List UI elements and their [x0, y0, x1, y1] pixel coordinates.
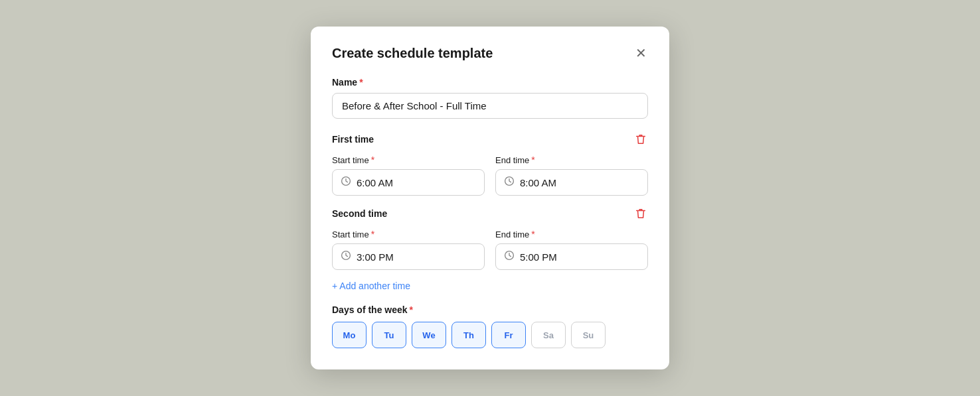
- modal-overlay: Create schedule template ✕ Name * First …: [0, 0, 980, 396]
- days-label: Days of the week *: [332, 304, 648, 315]
- name-required-star: *: [359, 77, 363, 88]
- day-button-tu[interactable]: Tu: [372, 322, 406, 348]
- second-end-label: End time *: [495, 229, 648, 239]
- first-time-delete-button[interactable]: [633, 132, 648, 147]
- first-time-inputs-row: Start time *: [332, 155, 648, 196]
- first-time-header: First time: [332, 132, 648, 147]
- first-end-label: End time *: [495, 155, 648, 165]
- second-start-clock-icon: [341, 250, 351, 263]
- modal-dialog: Create schedule template ✕ Name * First …: [311, 27, 669, 369]
- first-end-group: End time *: [495, 155, 648, 196]
- first-end-clock-icon: [504, 176, 515, 189]
- first-start-group: Start time *: [332, 155, 485, 196]
- days-section: Days of the week * Mo Tu We Th Fr Sa Su: [332, 304, 648, 348]
- first-start-time-input[interactable]: [357, 177, 476, 188]
- modal-title: Create schedule template: [332, 46, 493, 61]
- second-end-time-input[interactable]: [520, 251, 639, 263]
- second-start-label: Start time *: [332, 229, 485, 239]
- first-start-label: Start time *: [332, 155, 485, 165]
- add-another-time-button[interactable]: + Add another time: [332, 281, 410, 291]
- first-start-clock-icon: [341, 176, 351, 189]
- second-time-header: Second time: [332, 206, 648, 221]
- day-button-fr[interactable]: Fr: [491, 322, 526, 348]
- name-input[interactable]: [332, 93, 648, 119]
- day-button-th[interactable]: Th: [451, 322, 486, 348]
- first-end-input-wrapper: [495, 169, 648, 196]
- trash-icon: [635, 133, 647, 145]
- second-start-required: *: [371, 229, 374, 239]
- day-button-mo[interactable]: Mo: [332, 322, 367, 348]
- first-time-section: First time Start time *: [332, 132, 648, 196]
- day-button-sa[interactable]: Sa: [531, 322, 566, 348]
- second-end-input-wrapper: [495, 243, 648, 270]
- second-start-input-wrapper: [332, 243, 485, 270]
- day-button-su[interactable]: Su: [571, 322, 606, 348]
- first-start-input-wrapper: [332, 169, 485, 196]
- second-end-group: End time *: [495, 229, 648, 270]
- second-time-delete-button[interactable]: [633, 206, 648, 221]
- first-end-required: *: [531, 155, 534, 165]
- first-start-required: *: [371, 155, 374, 165]
- name-label: Name *: [332, 77, 648, 88]
- second-end-clock-icon: [504, 250, 515, 263]
- second-time-section: Second time Start time *: [332, 206, 648, 270]
- second-start-time-input[interactable]: [357, 251, 476, 263]
- days-row: Mo Tu We Th Fr Sa Su: [332, 322, 648, 348]
- name-section: Name *: [332, 77, 648, 119]
- first-end-time-input[interactable]: [520, 177, 639, 188]
- second-start-group: Start time *: [332, 229, 485, 270]
- second-time-label: Second time: [332, 208, 387, 219]
- first-time-label: First time: [332, 134, 374, 145]
- modal-header: Create schedule template ✕: [332, 45, 648, 61]
- second-end-required: *: [531, 229, 534, 239]
- days-required-star: *: [410, 304, 413, 315]
- day-button-we[interactable]: We: [412, 322, 446, 348]
- close-button[interactable]: ✕: [634, 45, 648, 61]
- trash-icon-2: [635, 208, 647, 220]
- second-time-inputs-row: Start time *: [332, 229, 648, 270]
